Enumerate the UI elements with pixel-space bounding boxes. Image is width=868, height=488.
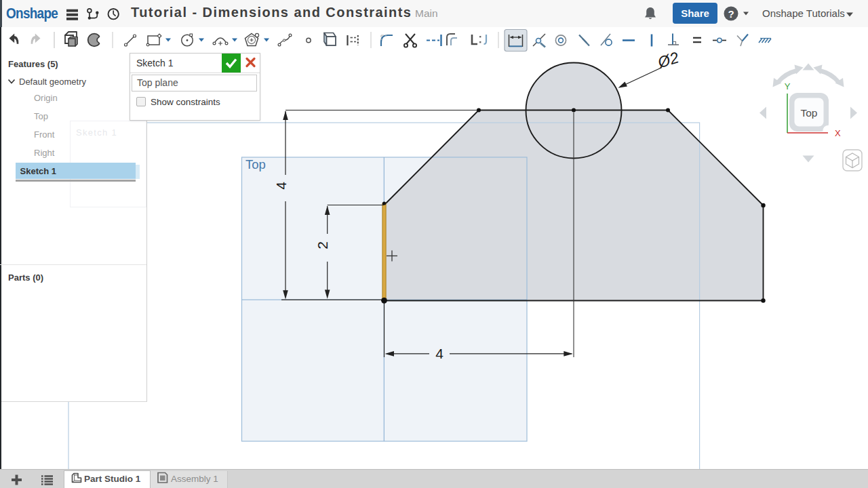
svg-text:2: 2: [315, 241, 330, 249]
svg-text:4: 4: [435, 346, 443, 361]
svg-text:4: 4: [273, 182, 289, 190]
svg-text:Top: Top: [245, 157, 266, 171]
svg-text:X: X: [835, 128, 841, 138]
svg-text:Top: Top: [801, 107, 818, 119]
svg-text:?: ?: [728, 8, 734, 20]
svg-text:Y: Y: [785, 81, 791, 92]
